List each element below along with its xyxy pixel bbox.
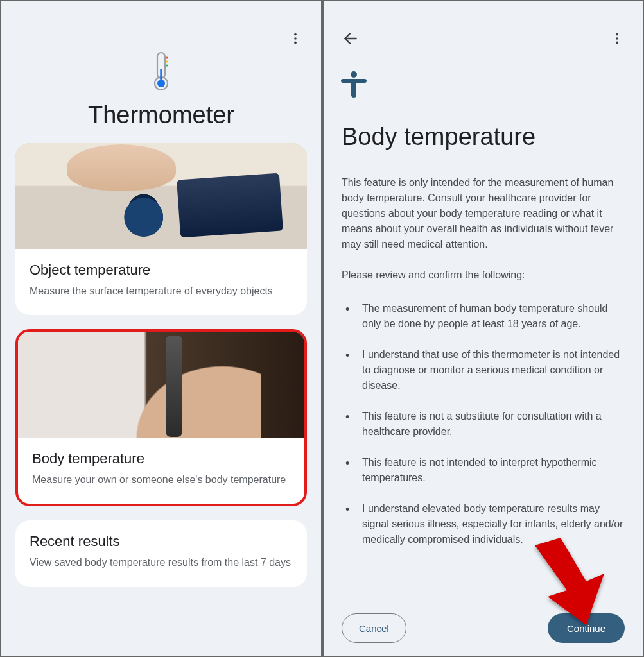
svg-point-13 xyxy=(616,42,618,44)
svg-point-11 xyxy=(616,33,618,36)
object-temperature-card[interactable]: Object temperature Measure the surface t… xyxy=(15,143,307,315)
object-temperature-image xyxy=(15,143,307,249)
more-options-button[interactable] xyxy=(283,26,308,51)
svg-point-2 xyxy=(294,42,297,44)
intro-text: This feature is only intended for the me… xyxy=(342,175,625,252)
svg-point-1 xyxy=(294,37,297,40)
svg-point-7 xyxy=(166,56,168,58)
list-item: The measurement of human body temperatur… xyxy=(342,301,625,332)
list-item: This feature is not intended to interpre… xyxy=(342,455,625,486)
card-desc: Measure your own or someone else's body … xyxy=(32,472,290,487)
list-item: This feature is not a substitute for con… xyxy=(342,409,625,439)
card-title: Object temperature xyxy=(30,262,293,278)
svg-rect-6 xyxy=(160,69,162,81)
card-list: Object temperature Measure the surface t… xyxy=(1,143,321,587)
body-temperature-consent-screen: Body temperature This feature is only in… xyxy=(322,0,644,657)
page-title: Thermometer xyxy=(1,101,321,129)
recent-results-card[interactable]: Recent results View saved body temperatu… xyxy=(15,520,307,586)
button-row: Cancel Continue xyxy=(324,613,643,643)
svg-point-8 xyxy=(166,60,168,62)
svg-point-14 xyxy=(351,71,357,78)
accessibility-person-icon xyxy=(340,71,625,101)
body-temperature-card[interactable]: Body temperature Measure your own or som… xyxy=(15,329,307,506)
thermometer-icon xyxy=(1,51,321,91)
review-label: Please review and confirm the following: xyxy=(342,268,625,283)
list-item: I understand that use of this thermomete… xyxy=(342,347,625,393)
svg-point-0 xyxy=(294,33,297,36)
svg-point-12 xyxy=(616,37,618,40)
svg-marker-17 xyxy=(535,538,604,625)
continue-button[interactable]: Continue xyxy=(548,613,625,643)
more-vert-icon xyxy=(610,31,624,46)
list-item: I understand elevated body temperature r… xyxy=(342,501,625,547)
thermometer-screen: Thermometer Object temperature Measure t… xyxy=(0,0,322,657)
consent-bullet-list: The measurement of human body temperatur… xyxy=(342,301,625,547)
svg-rect-16 xyxy=(351,80,356,98)
arrow-back-icon xyxy=(342,30,359,47)
body-temperature-image xyxy=(18,332,304,438)
svg-point-9 xyxy=(166,64,168,66)
cancel-button[interactable]: Cancel xyxy=(342,613,406,643)
back-button[interactable] xyxy=(338,26,363,51)
more-vert-icon xyxy=(288,31,302,46)
card-desc: View saved body temperature results from… xyxy=(30,555,293,570)
card-desc: Measure the surface temperature of every… xyxy=(30,284,293,298)
page-title: Body temperature xyxy=(342,123,625,151)
more-options-button[interactable] xyxy=(604,26,630,51)
card-title: Recent results xyxy=(30,533,293,550)
card-title: Body temperature xyxy=(32,450,290,467)
